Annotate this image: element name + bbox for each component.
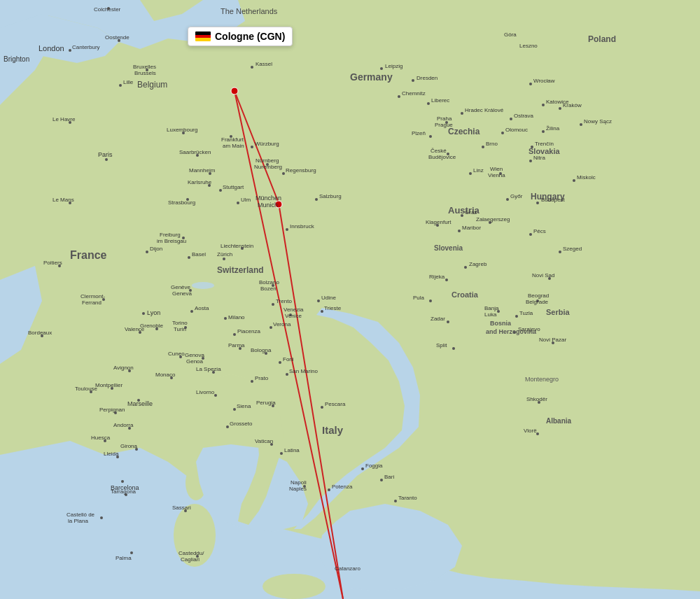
svg-text:Torino: Torino — [172, 320, 188, 326]
svg-point-202 — [251, 380, 253, 383]
svg-text:Góra: Góra — [504, 31, 517, 38]
svg-point-30 — [105, 158, 108, 161]
svg-text:Forli: Forli — [283, 356, 294, 362]
svg-point-3 — [262, 574, 326, 599]
svg-point-147 — [251, 146, 253, 148]
svg-text:München: München — [255, 195, 281, 202]
svg-text:Zalaegerszeg: Zalaegerszeg — [476, 216, 510, 223]
svg-text:Napoli: Napoli — [290, 479, 307, 486]
svg-text:Palma: Palma — [115, 555, 132, 561]
svg-text:Genève: Genève — [171, 284, 191, 290]
map-container: Brighton London The Netherlands Belgium … — [0, 0, 700, 599]
svg-text:Marseille: Marseille — [127, 400, 153, 407]
svg-text:Katowice: Katowice — [546, 99, 569, 105]
svg-point-288 — [542, 130, 545, 133]
svg-text:Saarbrücken: Saarbrücken — [179, 149, 211, 155]
svg-text:Poland: Poland — [588, 34, 616, 44]
svg-text:Strasbourg: Strasbourg — [168, 199, 195, 206]
svg-text:Prato: Prato — [255, 375, 269, 381]
svg-text:Montenegro: Montenegro — [525, 376, 559, 383]
svg-text:Colchester: Colchester — [94, 6, 121, 13]
svg-text:Ostrava: Ostrava — [514, 113, 534, 119]
svg-point-159 — [529, 160, 532, 162]
svg-point-290 — [531, 146, 533, 148]
svg-text:Munich: Munich — [258, 202, 278, 209]
svg-text:im Breisgau: im Breisgau — [157, 238, 186, 244]
svg-text:The Netherlands: The Netherlands — [220, 7, 278, 15]
svg-point-129 — [226, 425, 229, 428]
svg-text:Nitra: Nitra — [533, 155, 545, 161]
svg-text:la Plana: la Plana — [68, 518, 88, 524]
svg-text:Livorno: Livorno — [196, 389, 215, 395]
svg-text:Karlsruhe: Karlsruhe — [188, 179, 212, 185]
svg-text:Sarajevo: Sarajevo — [518, 326, 540, 332]
svg-text:Casteddu/: Casteddu/ — [178, 550, 204, 556]
svg-text:Lille: Lille — [123, 79, 134, 85]
svg-text:Wien: Wien — [490, 166, 503, 172]
svg-text:Luka: Luka — [484, 311, 497, 318]
svg-text:Verona: Verona — [273, 321, 291, 327]
svg-text:Poitiers: Poitiers — [43, 260, 62, 266]
svg-text:Tarragona: Tarragona — [111, 488, 136, 495]
svg-text:Zürich: Zürich — [217, 251, 232, 258]
svg-text:Toulouse: Toulouse — [75, 386, 98, 392]
svg-text:Vlorë: Vlorë — [524, 428, 537, 434]
svg-text:Bolzano: Bolzano — [259, 279, 279, 286]
svg-text:Germany: Germany — [350, 71, 393, 83]
svg-text:Taranto: Taranto — [398, 495, 417, 501]
svg-text:Liechtenstein: Liechtenstein — [220, 243, 253, 249]
svg-text:Serbia: Serbia — [546, 308, 570, 316]
svg-point-163 — [529, 233, 532, 236]
svg-point-172 — [515, 315, 518, 318]
svg-text:Croatia: Croatia — [451, 290, 479, 299]
svg-text:Montpellier: Montpellier — [95, 382, 122, 388]
svg-text:Chemnitz: Chemnitz — [402, 90, 426, 97]
svg-point-180 — [452, 347, 455, 350]
svg-point-275 — [429, 135, 432, 138]
svg-point-69 — [536, 202, 539, 204]
svg-text:Paris: Paris — [98, 151, 113, 158]
svg-text:Cagliari: Cagliari — [181, 556, 200, 563]
svg-text:České: České — [430, 148, 447, 154]
svg-text:Huesca: Huesca — [91, 435, 111, 441]
svg-point-200 — [233, 333, 236, 336]
svg-text:Pescara: Pescara — [325, 401, 346, 407]
svg-text:Zagreb: Zagreb — [469, 261, 487, 267]
svg-text:Udine: Udine — [321, 295, 336, 301]
svg-point-253 — [130, 551, 133, 554]
svg-point-284 — [398, 95, 400, 98]
svg-text:Switzerland: Switzerland — [217, 265, 264, 275]
svg-point-65 — [380, 67, 383, 70]
svg-point-155 — [510, 118, 512, 120]
svg-text:Novi Sad: Novi Sad — [532, 272, 554, 279]
svg-point-231 — [190, 310, 193, 313]
svg-point-161 — [506, 198, 509, 201]
svg-text:Novi Pazar: Novi Pazar — [539, 337, 566, 343]
svg-point-190 — [394, 500, 397, 502]
svg-text:Belgrade: Belgrade — [526, 299, 549, 305]
svg-text:Bruxelles: Bruxelles — [133, 64, 156, 70]
svg-text:Italy: Italy — [322, 424, 344, 436]
svg-text:Czechia: Czechia — [448, 127, 480, 136]
svg-text:Pécs: Pécs — [533, 228, 546, 234]
svg-text:Beograd: Beograd — [528, 293, 549, 299]
svg-text:Győr: Győr — [510, 193, 523, 199]
svg-text:La Spezia: La Spezia — [196, 366, 221, 372]
svg-text:Bari: Bari — [384, 474, 394, 480]
svg-point-174 — [513, 331, 516, 334]
svg-text:Kassel: Kassel — [255, 61, 272, 67]
svg-text:Shkodër: Shkodër — [526, 396, 547, 402]
svg-point-263 — [119, 84, 122, 87]
svg-point-133 — [146, 251, 148, 253]
svg-point-41 — [219, 189, 222, 192]
svg-point-45 — [223, 258, 225, 260]
svg-text:Trento: Trento — [276, 298, 292, 304]
svg-point-296 — [580, 123, 582, 126]
svg-point-153 — [559, 107, 561, 110]
svg-text:Budějovice: Budějovice — [428, 154, 456, 160]
svg-text:Grosseto: Grosseto — [230, 421, 253, 427]
svg-text:Liberec: Liberec — [431, 97, 449, 104]
svg-text:Naples: Naples — [289, 486, 307, 492]
svg-text:Castelló de: Castelló de — [66, 512, 95, 518]
svg-text:Leszno: Leszno — [519, 43, 538, 49]
